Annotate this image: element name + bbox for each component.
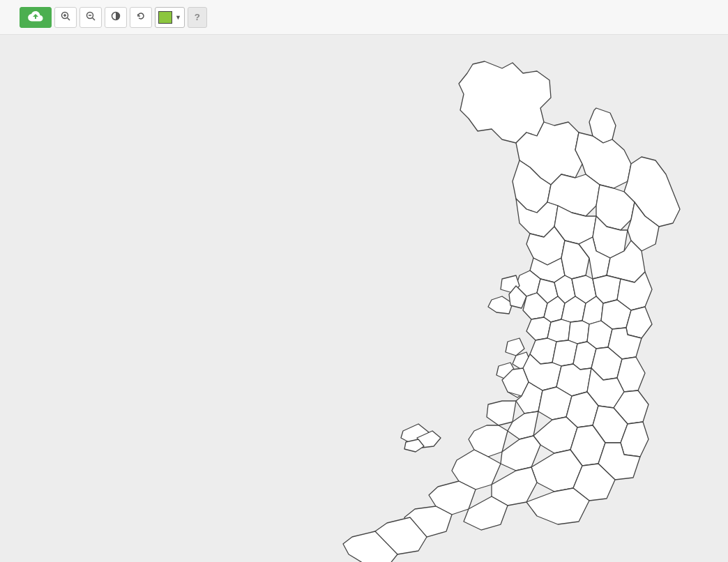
- cloud-upload-icon: [28, 10, 43, 24]
- toolbar: ▼ ?: [0, 0, 728, 35]
- help-icon: ?: [195, 12, 200, 22]
- upload-button[interactable]: [20, 7, 52, 28]
- zoom-out-icon: [86, 11, 96, 23]
- undo-icon: [136, 11, 146, 23]
- osaka-map[interactable]: [0, 35, 728, 562]
- region[interactable]: [526, 317, 551, 340]
- region[interactable]: [488, 296, 513, 314]
- zoom-in-button[interactable]: [54, 7, 77, 28]
- region[interactable]: [487, 401, 516, 425]
- zoom-in-icon: [61, 11, 70, 23]
- region[interactable]: [492, 467, 537, 506]
- region[interactable]: [568, 321, 589, 344]
- color-picker-button[interactable]: ▼: [155, 7, 185, 28]
- help-button[interactable]: ?: [188, 7, 207, 28]
- region[interactable]: [506, 338, 524, 356]
- region[interactable]: [547, 319, 570, 342]
- zoom-out-button[interactable]: [79, 7, 102, 28]
- reset-button[interactable]: [130, 7, 152, 28]
- map-canvas[interactable]: [0, 35, 728, 562]
- svg-line-1: [68, 18, 70, 21]
- chevron-down-icon: ▼: [175, 14, 181, 21]
- region[interactable]: [526, 488, 589, 524]
- svg-line-5: [93, 18, 96, 21]
- region[interactable]: [459, 61, 551, 143]
- contrast-button[interactable]: [105, 7, 127, 28]
- contrast-icon: [111, 11, 121, 23]
- color-swatch: [158, 11, 172, 24]
